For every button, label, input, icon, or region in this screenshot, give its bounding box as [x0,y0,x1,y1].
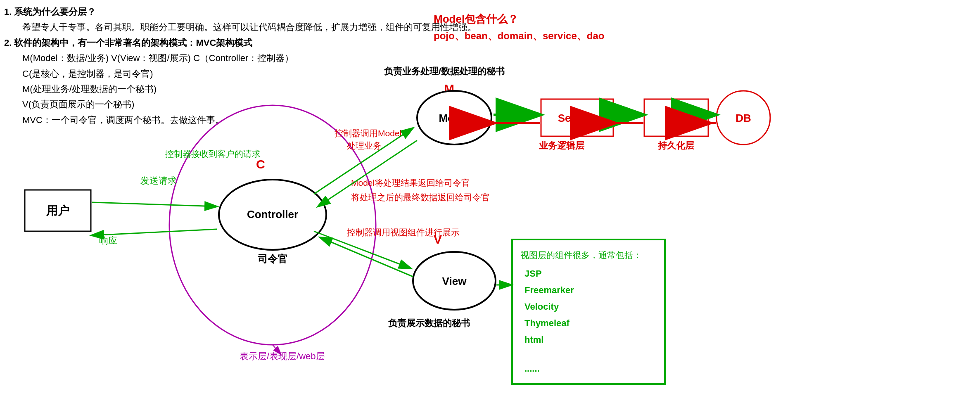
user-label: 用户 [46,204,69,217]
model-return-label: Model将处理结果返回给司令官 [351,178,470,187]
controller-label: Controller [247,208,298,220]
controller-call-view-label: 控制器调用视图组件进行展示 [347,228,460,237]
view-comp-velocity: Velocity [524,301,559,312]
model-answer-label: pojo、bean、domain、service、dao [434,30,604,41]
model-label: Model [439,112,470,124]
c-letter: C [256,157,265,171]
view-comp-thymeleaf: Thymeleaf [524,318,569,328]
view-comp-html: html [524,334,543,345]
dao-label: Dao [666,112,686,124]
handle-business-label: 处理业务 [347,141,382,150]
view-components-title-label: 视图层的组件很多，通常包括： [520,250,642,260]
business-layer-label: 业务逻辑层 [539,140,585,151]
view-comp-more: ...... [524,363,540,374]
send-request-label: 发送请求 [140,175,177,186]
view-controller-arrow [320,237,413,277]
user-controller-arrow [92,202,217,206]
persistence-layer-label: 持久化层 [657,140,695,151]
controller-user-arrow [92,229,217,235]
model-question-label: Model包含什么？ [434,13,518,25]
view-label: View [442,275,467,287]
diagram-svg: Model包含什么？ pojo、bean、domain、service、dao … [0,0,980,403]
model-return2-label: 将处理之后的最终数据返回给司令官 [351,192,490,202]
view-comp-jsp: JSP [524,268,542,279]
model-secretary-label: 负责业务处理/数据处理的秘书 [384,66,505,76]
view-secretary-label: 负责展示数据的秘书 [388,318,470,328]
commander-label: 司令官 [258,253,287,264]
page: 1. 系统为什么要分层？ 希望专人干专事。各司其职。职能分工要明确。这样可以让代… [0,0,980,403]
response-label: 响应 [99,235,117,246]
view-components-box [512,239,665,384]
controller-receive-label: 控制器接收到客户的请求 [165,149,261,159]
view-comp-freemarker: Freemarker [524,285,574,295]
controller-call-model-label: 控制器调用Model [335,128,401,138]
service-label: Service [558,112,596,124]
presentation-layer-label: 表示层/表现层/web层 [240,351,325,361]
db-label: DB [736,112,751,124]
